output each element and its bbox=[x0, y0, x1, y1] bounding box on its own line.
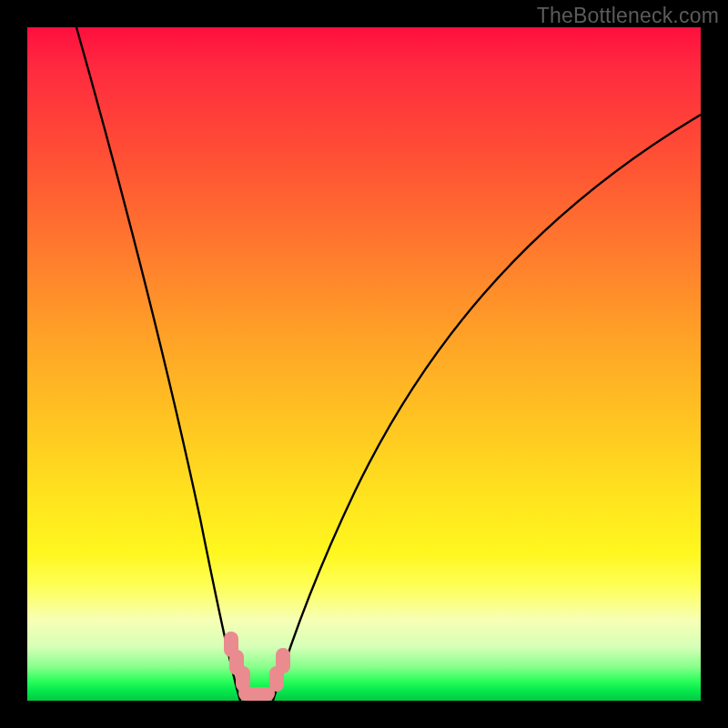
marker bbox=[276, 648, 290, 673]
chart-container: TheBottleneck.com bbox=[0, 0, 728, 728]
watermark-text: TheBottleneck.com bbox=[537, 4, 719, 28]
marker-bottom bbox=[238, 687, 275, 701]
plot-area bbox=[27, 27, 701, 701]
marker-layer bbox=[27, 27, 701, 701]
